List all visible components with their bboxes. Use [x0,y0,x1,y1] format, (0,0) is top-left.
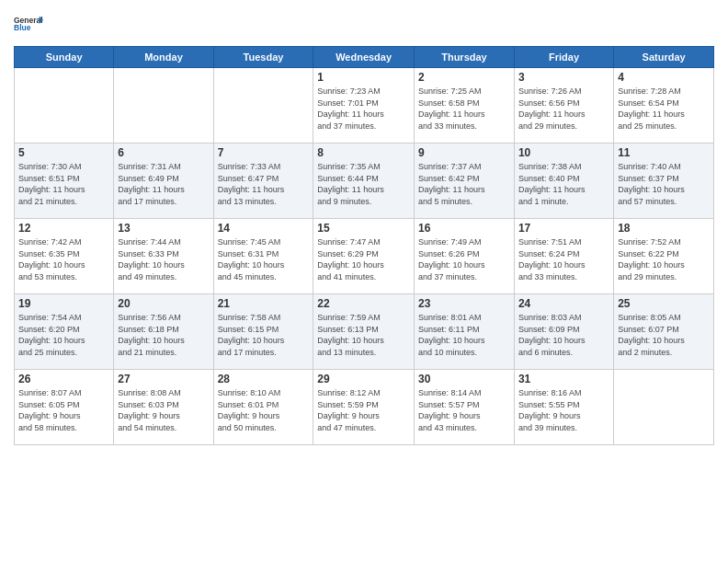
calendar-cell: 10Sunrise: 7:38 AM Sunset: 6:40 PM Dayli… [514,144,613,219]
calendar-cell: 16Sunrise: 7:49 AM Sunset: 6:26 PM Dayli… [414,219,514,294]
calendar-header-row: SundayMondayTuesdayWednesdayThursdayFrid… [15,47,714,68]
calendar-cell: 24Sunrise: 8:03 AM Sunset: 6:09 PM Dayli… [514,294,613,370]
day-number: 10 [518,146,609,159]
calendar-cell: 18Sunrise: 7:52 AM Sunset: 6:22 PM Dayli… [614,219,714,294]
day-number: 28 [218,373,310,385]
day-number: 8 [317,146,410,159]
day-number: 7 [218,146,310,159]
calendar-cell [614,370,714,445]
day-info: Sunrise: 8:03 AM Sunset: 6:09 PM Dayligh… [518,312,609,358]
day-info: Sunrise: 7:52 AM Sunset: 6:22 PM Dayligh… [618,236,710,282]
weekday-header: Friday [514,47,613,68]
day-number: 6 [118,146,209,159]
day-number: 25 [618,297,710,310]
day-info: Sunrise: 7:47 AM Sunset: 6:29 PM Dayligh… [317,236,410,282]
calendar-cell: 22Sunrise: 7:59 AM Sunset: 6:13 PM Dayli… [313,294,415,370]
day-number: 16 [418,222,510,235]
day-info: Sunrise: 7:38 AM Sunset: 6:40 PM Dayligh… [518,161,609,207]
day-info: Sunrise: 8:10 AM Sunset: 6:01 PM Dayligh… [218,387,310,433]
day-number: 5 [18,146,109,159]
calendar-cell: 15Sunrise: 7:47 AM Sunset: 6:29 PM Dayli… [313,219,415,294]
day-info: Sunrise: 7:54 AM Sunset: 6:20 PM Dayligh… [18,312,109,358]
calendar-cell: 30Sunrise: 8:14 AM Sunset: 5:57 PM Dayli… [414,370,514,445]
day-number: 22 [317,297,410,310]
weekday-header: Tuesday [213,47,313,68]
calendar-cell: 4Sunrise: 7:28 AM Sunset: 6:54 PM Daylig… [614,68,714,144]
calendar-cell: 1Sunrise: 7:23 AM Sunset: 7:01 PM Daylig… [313,68,415,144]
day-info: Sunrise: 8:08 AM Sunset: 6:03 PM Dayligh… [118,387,209,433]
calendar-cell: 23Sunrise: 8:01 AM Sunset: 6:11 PM Dayli… [414,294,514,370]
calendar-cell: 13Sunrise: 7:44 AM Sunset: 6:33 PM Dayli… [114,219,213,294]
day-number: 2 [418,71,510,84]
page-container: General Blue SundayMondayTuesdayWednesda… [0,0,728,563]
calendar-cell: 3Sunrise: 7:26 AM Sunset: 6:56 PM Daylig… [514,68,613,144]
day-info: Sunrise: 7:37 AM Sunset: 6:42 PM Dayligh… [418,161,510,207]
calendar-cell: 7Sunrise: 7:33 AM Sunset: 6:47 PM Daylig… [213,144,313,219]
day-info: Sunrise: 7:35 AM Sunset: 6:44 PM Dayligh… [317,161,410,207]
day-number: 13 [118,222,209,235]
day-number: 20 [118,297,209,310]
day-number: 27 [118,373,209,385]
day-number: 26 [18,373,109,385]
weekday-header: Thursday [414,47,514,68]
calendar-week-row: 1Sunrise: 7:23 AM Sunset: 7:01 PM Daylig… [15,68,714,144]
day-info: Sunrise: 7:28 AM Sunset: 6:54 PM Dayligh… [618,86,710,132]
calendar-cell: 26Sunrise: 8:07 AM Sunset: 6:05 PM Dayli… [15,370,114,445]
calendar-week-row: 26Sunrise: 8:07 AM Sunset: 6:05 PM Dayli… [15,370,714,445]
calendar-cell: 27Sunrise: 8:08 AM Sunset: 6:03 PM Dayli… [114,370,213,445]
svg-text:Blue: Blue [14,23,31,32]
day-info: Sunrise: 7:30 AM Sunset: 6:51 PM Dayligh… [18,161,109,207]
day-info: Sunrise: 8:05 AM Sunset: 6:07 PM Dayligh… [618,312,710,358]
day-number: 17 [518,222,609,235]
calendar-cell: 5Sunrise: 7:30 AM Sunset: 6:51 PM Daylig… [15,144,114,219]
day-info: Sunrise: 7:45 AM Sunset: 6:31 PM Dayligh… [218,236,310,282]
calendar-cell: 29Sunrise: 8:12 AM Sunset: 5:59 PM Dayli… [313,370,415,445]
day-info: Sunrise: 7:58 AM Sunset: 6:15 PM Dayligh… [218,312,310,358]
day-info: Sunrise: 7:33 AM Sunset: 6:47 PM Dayligh… [218,161,310,207]
calendar-body: 1Sunrise: 7:23 AM Sunset: 7:01 PM Daylig… [15,68,714,445]
day-number: 19 [18,297,109,310]
day-info: Sunrise: 7:40 AM Sunset: 6:37 PM Dayligh… [618,161,710,207]
header: General Blue [14,9,714,39]
calendar-table: SundayMondayTuesdayWednesdayThursdayFrid… [14,46,714,445]
day-number: 29 [317,373,410,385]
weekday-header: Monday [114,47,213,68]
calendar-cell: 31Sunrise: 8:16 AM Sunset: 5:55 PM Dayli… [514,370,613,445]
day-info: Sunrise: 8:12 AM Sunset: 5:59 PM Dayligh… [317,387,410,433]
weekday-header: Saturday [614,47,714,68]
day-number: 4 [618,71,710,84]
calendar-cell: 17Sunrise: 7:51 AM Sunset: 6:24 PM Dayli… [514,219,613,294]
calendar-cell [114,68,213,144]
day-info: Sunrise: 8:01 AM Sunset: 6:11 PM Dayligh… [418,312,510,358]
calendar-cell: 25Sunrise: 8:05 AM Sunset: 6:07 PM Dayli… [614,294,714,370]
day-info: Sunrise: 7:25 AM Sunset: 6:58 PM Dayligh… [418,86,510,132]
calendar-cell: 12Sunrise: 7:42 AM Sunset: 6:35 PM Dayli… [15,219,114,294]
calendar-cell: 2Sunrise: 7:25 AM Sunset: 6:58 PM Daylig… [414,68,514,144]
day-info: Sunrise: 7:59 AM Sunset: 6:13 PM Dayligh… [317,312,410,358]
logo: General Blue [14,9,47,39]
day-number: 11 [618,146,710,159]
day-number: 15 [317,222,410,235]
calendar-cell: 19Sunrise: 7:54 AM Sunset: 6:20 PM Dayli… [15,294,114,370]
day-number: 3 [518,71,609,84]
calendar-cell [15,68,114,144]
calendar-cell: 6Sunrise: 7:31 AM Sunset: 6:49 PM Daylig… [114,144,213,219]
day-number: 31 [518,373,609,385]
calendar-cell: 20Sunrise: 7:56 AM Sunset: 6:18 PM Dayli… [114,294,213,370]
weekday-header: Wednesday [313,47,415,68]
calendar-week-row: 19Sunrise: 7:54 AM Sunset: 6:20 PM Dayli… [15,294,714,370]
day-info: Sunrise: 8:16 AM Sunset: 5:55 PM Dayligh… [518,387,609,433]
weekday-header: Sunday [15,47,114,68]
logo-svg: General Blue [14,9,43,39]
calendar-cell: 8Sunrise: 7:35 AM Sunset: 6:44 PM Daylig… [313,144,415,219]
day-info: Sunrise: 7:49 AM Sunset: 6:26 PM Dayligh… [418,236,510,282]
calendar-cell: 11Sunrise: 7:40 AM Sunset: 6:37 PM Dayli… [614,144,714,219]
day-info: Sunrise: 7:31 AM Sunset: 6:49 PM Dayligh… [118,161,209,207]
day-number: 9 [418,146,510,159]
day-info: Sunrise: 7:26 AM Sunset: 6:56 PM Dayligh… [518,86,609,132]
day-number: 24 [518,297,609,310]
calendar-cell: 9Sunrise: 7:37 AM Sunset: 6:42 PM Daylig… [414,144,514,219]
calendar-week-row: 12Sunrise: 7:42 AM Sunset: 6:35 PM Dayli… [15,219,714,294]
day-info: Sunrise: 8:14 AM Sunset: 5:57 PM Dayligh… [418,387,510,433]
day-info: Sunrise: 7:56 AM Sunset: 6:18 PM Dayligh… [118,312,209,358]
